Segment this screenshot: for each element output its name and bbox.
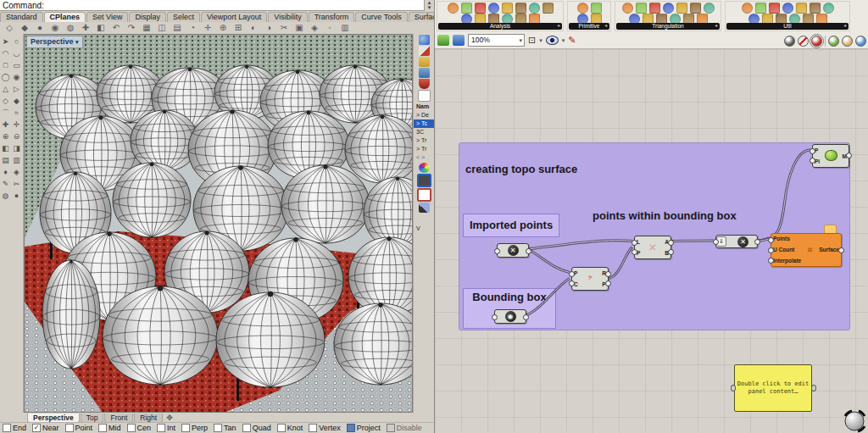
component-icon[interactable] [577,3,588,14]
toolbar-icon[interactable]: ◑ [261,22,276,34]
group-label[interactable]: Analysis+ [438,23,562,30]
checkbox[interactable] [3,424,11,432]
color-wheel-icon[interactable] [419,163,430,173]
checkbox[interactable] [387,424,395,432]
dispatch-node[interactable]: L P ⤬ A B [634,236,671,259]
component-icon[interactable] [769,3,780,14]
checkbox[interactable] [347,424,355,432]
tool-icon[interactable]: ▥ [11,154,22,166]
osnap-tan[interactable]: Tan [214,424,236,432]
menu-tab-select[interactable]: Select [167,12,200,22]
tool-icon[interactable]: ◠ [0,47,11,59]
component-icon[interactable] [542,3,554,14]
osnap-project[interactable]: Project [347,424,381,432]
component-icon[interactable] [742,3,753,14]
component-icon[interactable] [676,3,687,14]
document-icon[interactable] [418,90,431,102]
component-icon[interactable] [704,3,715,14]
component-icon[interactable] [636,3,647,14]
camera-icon[interactable] [417,174,431,187]
tool-icon[interactable]: ≈ [11,107,22,119]
osnap-vertex[interactable]: Vertex [309,424,341,432]
viewport-tab-move-icon[interactable]: ✥ [166,414,173,422]
toolbar-icon[interactable]: ◧ [93,22,108,34]
panel-vscroll[interactable]: V [414,225,435,233]
menu-tab-standard[interactable]: Standard [0,12,43,22]
checkbox[interactable] [277,424,286,432]
viewport-title-tab[interactable]: Perspective ▾ [26,36,83,48]
shield-icon[interactable] [419,79,430,89]
toolbar-icon[interactable]: ▤ [170,22,185,34]
inclusion-node[interactable]: P C 𝄢 R P [571,267,609,291]
tool-icon[interactable]: ⊖ [11,130,22,142]
layer-tree-item[interactable]: 3C [414,128,435,136]
osnap-near[interactable]: ✓Near [32,424,59,432]
text-panel-node[interactable]: Double click to edit panel content… [734,364,812,412]
component-icon[interactable] [796,3,807,14]
checkbox[interactable]: ✓ [32,424,41,432]
group-expand-plus[interactable]: + [557,23,560,30]
component-icon[interactable] [448,3,459,14]
globe-icon[interactable] [419,35,430,45]
toolbar-icon[interactable]: ✂ [276,22,292,34]
menu-tab-display[interactable]: Display [129,12,166,22]
osnap-int[interactable]: Int [157,424,175,432]
group-label[interactable]: Primitive+ [569,23,609,30]
checkbox[interactable] [98,424,107,432]
osnap-end[interactable]: End [3,424,26,432]
command-bar[interactable]: Command: ▲▼ [0,0,434,11]
osnap-point[interactable]: Point [65,424,93,432]
toolbar-icon[interactable]: ✚ [78,22,93,34]
layer-tree-item[interactable]: > De [414,111,435,119]
osnap-knot[interactable]: Knot [277,424,303,432]
tool-icon[interactable]: ◡ [11,47,22,59]
toolbar-icon[interactable]: ✛ [200,22,215,34]
toolbar-icon[interactable]: ● [32,22,47,34]
checkbox[interactable] [65,424,74,432]
toolbar-icon[interactable]: ◆ [17,22,32,34]
tool-icon[interactable]: ◍ [0,190,11,202]
tool-icon[interactable]: ◧ [0,142,11,154]
spray-icon[interactable] [419,203,430,213]
component-icon[interactable] [622,3,633,14]
layer-tree-item[interactable]: > Tc [414,119,435,128]
menu-tab-surface-tools[interactable]: Surface Tools [409,12,434,22]
menu-tab-curve-tools[interactable]: Curve Tools [355,12,407,22]
component-icon[interactable] [529,3,540,14]
tool-icon[interactable]: ✂ [11,178,22,190]
component-icon[interactable] [502,3,513,14]
component-icon[interactable] [649,3,660,14]
tool-icon[interactable]: ✎ [0,178,11,190]
gem-green-icon[interactable] [828,36,839,47]
toolbar-icon[interactable]: ◉ [47,22,63,34]
tool-icon[interactable]: □ [0,59,11,71]
perspective-viewport[interactable]: Perspective ▾ [24,34,413,413]
menu-tab-transform[interactable]: Transform [309,12,355,22]
toolbar-icon[interactable]: ◫ [154,22,170,34]
tool-icon[interactable]: ▤ [0,154,11,166]
command-history-scroll[interactable]: ▲▼ [424,0,434,11]
tool-icon[interactable]: ⌒ [0,107,11,119]
component-icon[interactable] [755,3,766,14]
component-icon[interactable] [782,3,793,14]
menu-tab-set-view[interactable]: Set View [86,12,128,22]
save-file-icon[interactable] [453,35,465,46]
tool-icon[interactable]: ♦ [0,166,11,178]
tool-icon[interactable]: ◨ [11,142,22,154]
osnap-cen[interactable]: Cen [127,424,152,432]
eraser-icon[interactable] [419,46,430,56]
toolbar-icon[interactable]: ▣ [292,22,307,34]
checkbox[interactable] [214,424,222,432]
group-label[interactable]: Util+ [726,23,849,30]
tool-icon[interactable]: ◯ [0,71,11,83]
toolbar-icon[interactable]: ◔ [185,22,200,34]
tool-icon[interactable]: ◇ [0,95,11,107]
grasshopper-canvas[interactable]: creating topo surface Imported points po… [435,49,868,433]
tool-icon[interactable]: ▷ [11,83,22,95]
chevron-down-icon[interactable]: ▾ [562,37,565,44]
group-expand-plus[interactable]: + [715,23,718,30]
bounding-box-node[interactable]: ◉ [494,309,526,324]
chevron-down-icon[interactable]: ▾ [539,37,542,44]
toolbar-icon[interactable]: ◍ [63,22,78,34]
toolbar-icon[interactable]: ◐ [246,22,261,34]
